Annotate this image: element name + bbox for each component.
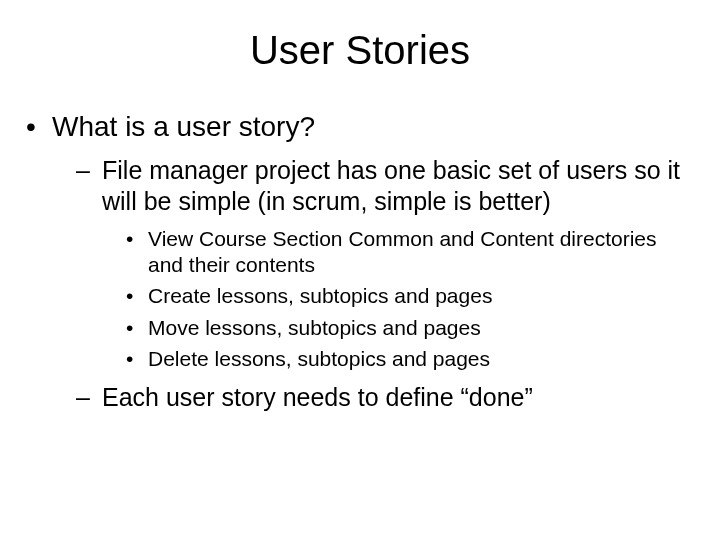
slide: User Stories What is a user story? File …: [0, 0, 720, 540]
bullet-level3: Create lessons, subtopics and pages: [0, 283, 720, 309]
bullet-level1: What is a user story?: [0, 111, 720, 143]
slide-title: User Stories: [0, 28, 720, 73]
bullet-level3: View Course Section Common and Content d…: [0, 226, 720, 277]
bullet-level3: Move lessons, subtopics and pages: [0, 315, 720, 341]
bullet-level2: Each user story needs to define “done”: [0, 382, 720, 413]
bullet-level2: File manager project has one basic set o…: [0, 155, 720, 216]
bullet-level3: Delete lessons, subtopics and pages: [0, 346, 720, 372]
